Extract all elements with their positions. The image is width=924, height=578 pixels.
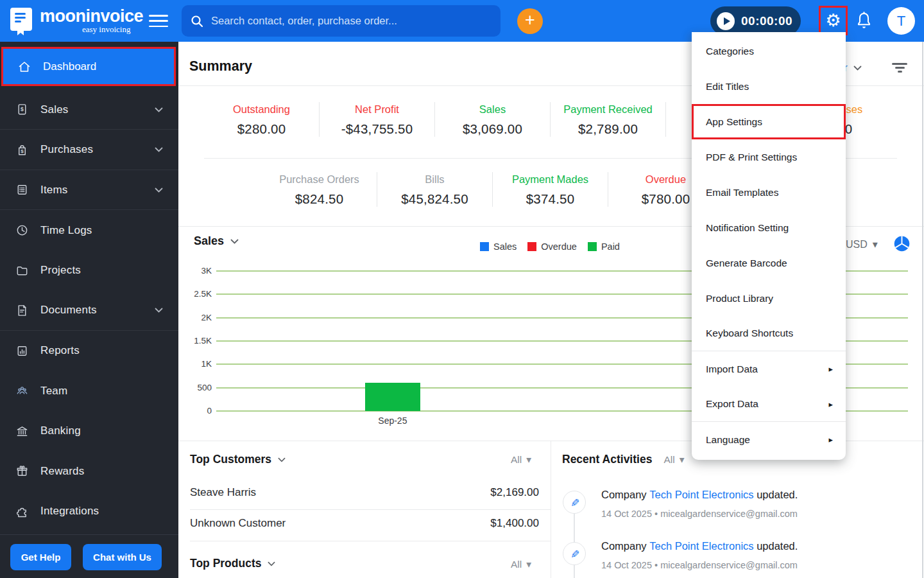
stat-payment-mades: Payment Mades $374.50: [493, 172, 608, 207]
sidebar-item-rewards[interactable]: Rewards: [0, 451, 178, 491]
user-avatar[interactable]: T: [887, 7, 915, 35]
sidebar-item-banking[interactable]: Banking: [0, 411, 178, 451]
notifications-bell-icon[interactable]: [855, 11, 873, 30]
chevron-down-icon: [853, 66, 862, 71]
menu-item-export-data[interactable]: Export Data ▸: [692, 387, 846, 422]
top-products-filter[interactable]: All ▾: [511, 559, 531, 570]
sidebar-item-documents[interactable]: Documents: [0, 291, 178, 331]
sidebar-item-integrations[interactable]: Integrations: [0, 491, 178, 531]
y-tick-label: 2.5K: [194, 289, 212, 299]
recent-activities-title: Recent Activities: [562, 453, 652, 466]
activity-company-link[interactable]: Tech Point Electronics: [649, 489, 753, 500]
y-tick-label: 1.5K: [194, 336, 212, 346]
y-tick-label: 3K: [201, 266, 212, 276]
bullet-icon: •: [654, 509, 658, 519]
submenu-arrow-icon: ▸: [828, 364, 833, 374]
sidebar-item-label: Dashboard: [43, 60, 96, 73]
customer-name: Unknown Customer: [190, 517, 286, 530]
activity-text: Company Tech Point Electronics updated.: [601, 540, 798, 552]
legend-item-overdue: Overdue: [527, 241, 577, 252]
paid-bar: [365, 383, 420, 411]
menu-item-email-templates[interactable]: Email Templates: [692, 175, 846, 210]
brand-tagline: easy invoicing: [82, 24, 143, 35]
stat-outstanding: Outstanding $280.00: [204, 102, 320, 137]
integrations-puzzle-icon: [15, 505, 29, 518]
sales-chart-yaxis: 05001K1.5K2K2.5K3K: [184, 271, 212, 411]
recent-activities-filter[interactable]: All ▾: [663, 454, 684, 466]
menu-item-pdf-print-settings[interactable]: PDF & Print Settings: [692, 139, 846, 175]
menu-item-product-library[interactable]: Product Library: [692, 281, 846, 316]
document-icon: [15, 304, 29, 317]
sidebar-item-sales[interactable]: $ Sales: [0, 90, 178, 130]
pencil-icon: ✎: [568, 498, 581, 507]
clock-icon: [15, 223, 29, 237]
team-icon: [15, 384, 29, 398]
menu-item-import-data[interactable]: Import Data ▸: [692, 351, 846, 387]
menu-item-categories[interactable]: Categories: [692, 33, 846, 69]
currency-selector[interactable]: USD ▾: [846, 238, 878, 250]
top-customers-filter[interactable]: All ▾: [511, 454, 531, 466]
menu-item-notification-setting[interactable]: Notification Setting: [692, 210, 846, 245]
sidebar-item-items[interactable]: Items: [0, 170, 178, 210]
hamburger-menu-icon[interactable]: [149, 15, 168, 27]
top-products-title-dropdown[interactable]: Top Products: [190, 557, 275, 570]
customer-row[interactable]: Unknown Customer $1,400.00: [190, 517, 539, 530]
menu-item-language[interactable]: Language ▸: [692, 422, 846, 457]
legend-item-paid: Paid: [588, 241, 620, 252]
customer-amount: $2,169.00: [490, 486, 539, 499]
reports-chart-icon: [15, 344, 29, 358]
chevron-down-icon: [155, 107, 163, 112]
pencil-icon: ✎: [568, 549, 581, 558]
get-help-button[interactable]: Get Help: [10, 544, 71, 570]
sidebar-item-dashboard[interactable]: Dashboard: [1, 47, 176, 86]
sidebar-item-reports[interactable]: Reports: [0, 331, 178, 371]
sales-chart-title: Sales: [194, 234, 224, 248]
top-customers-title-dropdown[interactable]: Top Customers: [190, 453, 286, 466]
gift-icon: [15, 464, 29, 478]
customer-row[interactable]: Steave Harris $2,169.00: [190, 486, 539, 499]
sidebar-item-projects[interactable]: Projects: [0, 250, 178, 290]
caret-down-icon: ▾: [680, 454, 685, 466]
sidebar-item-team[interactable]: Team: [0, 371, 178, 411]
items-list-icon: [15, 183, 29, 197]
sales-chart-title-dropdown[interactable]: Sales: [194, 234, 239, 248]
chevron-down-icon: [155, 147, 163, 152]
filter-icon[interactable]: [892, 63, 907, 73]
y-tick-label: 2K: [201, 313, 212, 322]
svg-text:$: $: [21, 148, 24, 154]
chevron-down-icon: [230, 239, 239, 244]
page-right-edge: [922, 42, 923, 578]
submenu-arrow-icon: ▸: [828, 435, 833, 444]
sidebar-item-purchases[interactable]: $ Purchases: [0, 130, 178, 170]
search-input[interactable]: [211, 15, 481, 27]
menu-item-edit-titles[interactable]: Edit Titles: [692, 69, 846, 104]
activity-text: Company Tech Point Electronics updated.: [601, 489, 798, 501]
home-icon: [17, 60, 31, 74]
timer-value: 00:00:00: [741, 14, 792, 28]
sidebar-item-time-logs[interactable]: Time Logs: [0, 211, 178, 250]
activity-company-link[interactable]: Tech Point Electronics: [649, 540, 753, 552]
pie-chart-toggle-icon[interactable]: [893, 235, 911, 252]
legend-chip-overdue: [527, 242, 536, 251]
menu-item-app-settings[interactable]: App Settings: [692, 104, 846, 139]
quick-add-button[interactable]: +: [517, 8, 543, 34]
x-tick-label: Sep-25: [378, 416, 407, 426]
recent-activities-header: Recent Activities All ▾: [562, 453, 684, 466]
caret-down-icon: ▾: [526, 559, 531, 570]
timer-widget[interactable]: 00:00:00: [710, 6, 801, 35]
sidebar-nav: Dashboard $ Sales $ Purchases Items: [0, 42, 178, 578]
menu-item-generate-barcode[interactable]: Generate Barcode: [692, 245, 846, 281]
stat-sales: Sales $3,069.00: [435, 102, 551, 137]
settings-gear-highlight-box[interactable]: ⚙: [819, 6, 848, 35]
stat-payment-received: Payment Received $2,789.00: [551, 102, 666, 137]
plus-icon: +: [525, 10, 535, 30]
brand-logo[interactable]: mooninvoice easy invoicing: [9, 6, 143, 36]
app-window: mooninvoice easy invoicing + 00:00:00 ⚙: [0, 0, 924, 578]
chat-with-us-button[interactable]: Chat with Us: [83, 544, 162, 570]
settings-dropdown-menu: Categories Edit Titles App Settings PDF …: [692, 32, 846, 460]
menu-item-keyboard-shortcuts[interactable]: Keyboard Shortcuts: [692, 316, 846, 351]
play-icon: [717, 12, 735, 30]
global-search: [182, 5, 501, 37]
page-title: Summary: [189, 58, 252, 74]
folder-icon: [15, 264, 29, 277]
